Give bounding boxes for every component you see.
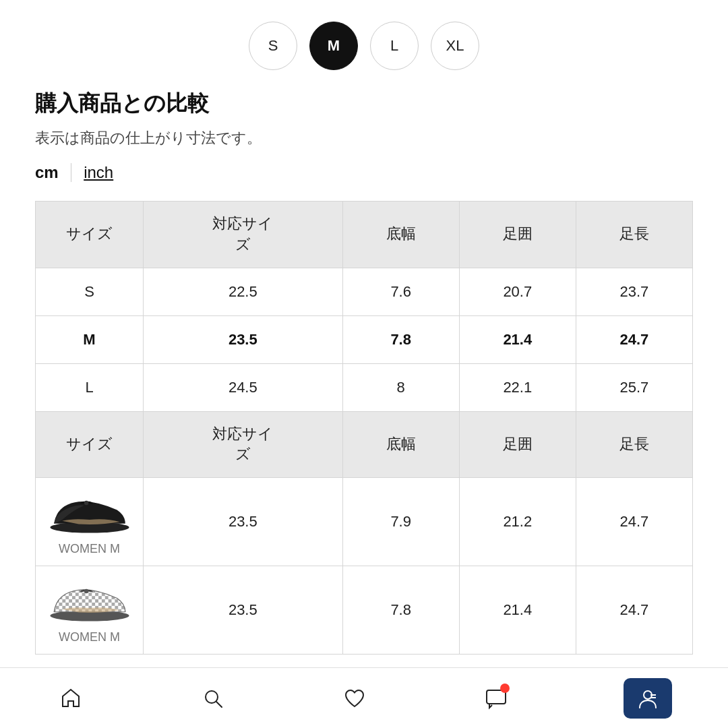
message-badge [500,684,510,693]
col-header-size: サイズ [36,202,144,268]
size-selector: S M L XL [0,0,728,89]
cell-s-taio: 22.5 [144,268,343,315]
product-label-1: WOMEN M [59,542,120,556]
comparison-table-wrapper: サイズ 対応サイズ 底幅 足囲 足長 S 22.5 7.6 20.7 23.7 [0,201,728,655]
cell-s-size: S [36,268,144,315]
cell-p1-ashinaga: 24.7 [576,478,692,566]
cell-p1-ashimawari: 21.2 [459,478,576,566]
product-cell-1: WOMEN M [36,478,144,566]
cell-m-ashimawari: 21.4 [459,315,576,363]
product-row-1: WOMEN M 23.5 7.9 21.2 24.7 [36,478,693,566]
unit-inch[interactable]: inch [84,163,113,182]
cell-l-ashinaga: 25.7 [576,363,692,411]
col-header-ashimawari: 足囲 [459,202,576,268]
product-row-2: WOMEN M 23.5 7.8 21.4 24.7 [36,566,693,655]
cell-m-taio: 23.5 [144,315,343,363]
col2-header-size: サイズ [36,411,144,478]
table-row-m: M 23.5 7.8 21.4 24.7 [36,315,693,363]
nav-home[interactable] [56,684,86,713]
nav-account[interactable] [624,678,672,719]
cell-l-ashimawari: 22.1 [459,363,576,411]
col2-header-ashinaga: 足長 [576,411,692,478]
search-icon [198,684,228,713]
col2-header-ashimawari: 足囲 [459,411,576,478]
unit-divider [71,163,72,182]
cell-p2-sokuhaba: 7.8 [342,566,459,655]
cell-s-ashinaga: 23.7 [576,268,692,315]
product-image-cell-1: WOMEN M [42,487,136,556]
bottom-nav [0,667,728,728]
heart-icon [340,684,369,713]
col2-header-taio: 対応サイズ [144,411,343,478]
cell-p2-ashimawari: 21.4 [459,566,576,655]
nav-search[interactable] [198,684,228,713]
table-row-s: S 22.5 7.6 20.7 23.7 [36,268,693,315]
cell-m-size: M [36,315,144,363]
cell-m-ashinaga: 24.7 [576,315,692,363]
cell-m-sokuhaba: 7.8 [342,315,459,363]
comparison-table: サイズ 対応サイズ 底幅 足囲 足長 S 22.5 7.6 20.7 23.7 [35,201,693,655]
col2-header-sokuhaba: 底幅 [342,411,459,478]
unit-toggle: cm inch [35,163,693,182]
table-header-row: サイズ 対応サイズ 底幅 足囲 足長 [36,202,693,268]
product-image-cell-2: WOMEN M [42,576,136,644]
cell-p1-taio: 23.5 [144,478,343,566]
section-title: 購入商品との比較 [35,89,693,119]
second-header-row: サイズ 対応サイズ 底幅 足囲 足長 [36,411,693,478]
size-btn-xl[interactable]: XL [431,22,479,70]
col-header-sokuhaba: 底幅 [342,202,459,268]
cell-p2-taio: 23.5 [144,566,343,655]
cell-l-sokuhaba: 8 [342,363,459,411]
cell-l-size: L [36,363,144,411]
cell-s-sokuhaba: 7.6 [342,268,459,315]
col-header-taio: 対応サイズ [144,202,343,268]
cell-p1-sokuhaba: 7.9 [342,478,459,566]
section-heading: 購入商品との比較 表示は商品の仕上がり寸法です。 cm inch [0,89,728,182]
col-header-ashinaga: 足長 [576,202,692,268]
section-subtitle: 表示は商品の仕上がり寸法です。 [35,128,693,148]
size-btn-m[interactable]: M [309,22,358,70]
cell-p2-ashinaga: 24.7 [576,566,692,655]
nav-messages[interactable] [481,684,511,713]
svg-point-1 [84,501,88,506]
size-btn-s[interactable]: S [249,22,297,70]
home-icon [56,684,86,713]
product-label-2: WOMEN M [59,630,120,644]
svg-line-10 [216,702,222,707]
shoe-image-gingham [46,576,133,626]
shoe-image-black [46,487,133,538]
svg-point-8 [84,589,88,594]
product-cell-2: WOMEN M [36,566,144,655]
unit-cm[interactable]: cm [35,163,71,182]
cell-s-ashimawari: 20.7 [459,268,576,315]
nav-favorites[interactable] [340,684,369,713]
table-row-l: L 24.5 8 22.1 25.7 [36,363,693,411]
page-container: S M L XL 購入商品との比較 表示は商品の仕上がり寸法です。 cm inc… [0,0,728,728]
size-btn-l[interactable]: L [370,22,419,70]
account-icon [633,684,663,713]
cell-l-taio: 24.5 [144,363,343,411]
